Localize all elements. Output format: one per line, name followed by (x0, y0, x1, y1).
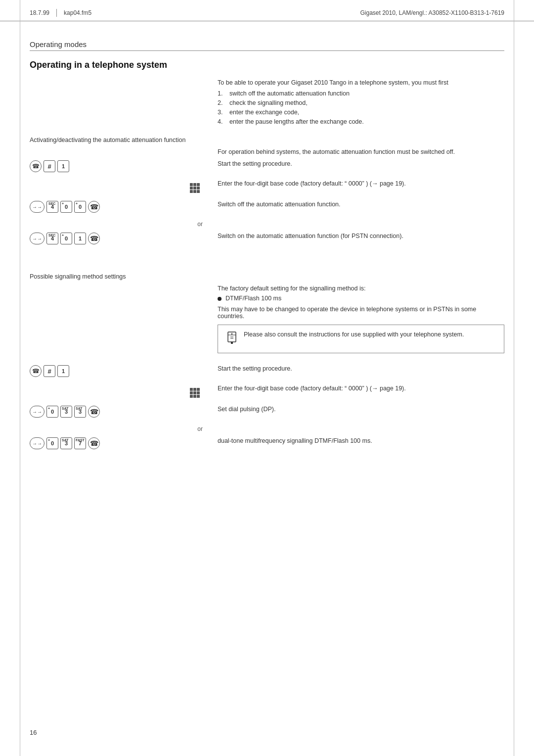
subsection-title: Operating in a telephone system (30, 60, 504, 70)
step-4: 4.enter the pause lengths after the exch… (218, 118, 504, 125)
or-label-2: or (197, 425, 203, 432)
key-sequence-4: ☎ # 1 (30, 365, 208, 377)
intro-text: To be able to operate your Gigaset 2010 … (218, 79, 504, 86)
key-row-4-container: ☎ # 1 Start the setting procedure. (30, 365, 504, 380)
matrix-key-row: Enter the four-digit base code (factory … (30, 180, 504, 196)
hash-key-1: # (44, 160, 55, 172)
nav-arrow-key-2: →→ (30, 201, 44, 213)
key-row-5-container: →→ + 0 SAT 3 SAT 3 ☎ (30, 406, 504, 421)
one-key-3: 1 (74, 233, 86, 244)
header: 18.7.99 kap04.fm5 Gigaset 2010, LAM/engl… (0, 0, 534, 21)
nav-arrow-key-3: →→ (30, 233, 44, 244)
step-3: 3.enter the exchange code, (218, 109, 504, 116)
key-row-3-container: →→ SEC 4 + 0 1 ☎ (30, 233, 504, 247)
start-procedure-text: Start the setting procedure. (218, 160, 504, 167)
intro-row: To be able to operate your Gigaset 2010 … (30, 79, 504, 128)
signalling-left (30, 285, 218, 360)
key-row-1-left: ☎ # 1 (30, 160, 218, 175)
key-sequence-3: →→ SEC 4 + 0 1 ☎ (30, 233, 208, 244)
border-right (514, 0, 514, 756)
set-dial-pulsing-text: Set dial pulsing (DP). (218, 406, 504, 413)
steps-list: 1.switch off the automatic attenuation f… (218, 90, 504, 125)
matrix-key-right: Enter the four-digit base code (factory … (218, 180, 504, 196)
key-row-1-right: Start the setting procedure. (218, 160, 504, 175)
header-divider (56, 9, 57, 17)
three-key-5a: SAT 3 (60, 406, 72, 418)
send-icon-4: ☎ (32, 368, 40, 375)
header-left: 18.7.99 kap04.fm5 (30, 9, 91, 17)
key-row-4-right: Start the setting procedure. (218, 365, 504, 380)
header-date: 18.7.99 (30, 9, 49, 16)
matrix-key-left-2 (30, 385, 218, 401)
enter-base-code2-text: Enter the four-digit base code (factory … (218, 385, 504, 392)
instruction-box-text: Please also consult the instructions for… (244, 330, 464, 339)
one-key-1: 1 (57, 160, 69, 172)
or-left-2: or (30, 425, 218, 432)
section-rule (30, 50, 504, 51)
key-row-6-container: →→ + 0 SAT 3 FAST 7 ☎ (30, 437, 504, 452)
key-row-2-container: →→ SEC 4 + 0 + 0 (30, 201, 504, 216)
end-key-5: ☎ (88, 406, 100, 418)
key-sequence-2: →→ SEC 4 + 0 + 0 (30, 201, 208, 213)
key-row-5-left: →→ + 0 SAT 3 SAT 3 ☎ (30, 406, 218, 421)
zero-key-5: + 0 (46, 406, 58, 418)
spacer-1 (30, 252, 504, 264)
matrix-key-icon (187, 180, 203, 196)
dtmf-item: DTMF/Flash 100 ms (218, 295, 504, 302)
book-icon (226, 331, 238, 345)
page-container: 18.7.99 kap04.fm5 Gigaset 2010, LAM/engl… (0, 0, 534, 756)
key-row-5-right: Set dial pulsing (DP). (218, 406, 504, 421)
send-key-1: ☎ (30, 160, 42, 172)
key-row-1-container: ☎ # 1 Start the setting procedure. (30, 160, 504, 175)
step-2: 2.check the signalling method, (218, 99, 504, 106)
signalling-factory-text: The factory default setting for the sign… (218, 285, 504, 292)
border-left (20, 0, 20, 756)
signalling-desc-row: The factory default setting for the sign… (30, 285, 504, 360)
key-row-3-left: →→ SEC 4 + 0 1 ☎ (30, 233, 218, 247)
header-title: Gigaset 2010, LAM/engl.: A30852-X1100-B3… (360, 9, 504, 16)
three-key-6: SAT 3 (60, 437, 72, 449)
instruction-icon (225, 331, 239, 348)
nav-arrow-key-6: →→ (30, 437, 44, 449)
header-right: Gigaset 2010, LAM/engl.: A30852-X1100-B3… (360, 9, 504, 16)
or-label-1: or (197, 221, 203, 228)
dtmf-flash-text: DTMF/Flash 100 ms (225, 295, 281, 302)
matrix-key-icon-2 (187, 385, 203, 401)
key-sequence-6: →→ + 0 SAT 3 FAST 7 ☎ (30, 437, 208, 449)
send-icon-1: ☎ (32, 163, 40, 170)
instruction-box: Please also consult the instructions for… (218, 325, 504, 353)
key-row-4-left: ☎ # 1 (30, 365, 218, 380)
four-key-3: SEC 4 (46, 233, 58, 244)
zero-key-2a: + 0 (60, 201, 72, 213)
activating-right: For operation behind systems, the automa… (218, 148, 504, 155)
key-row-6-right: dual-tone multifrequency signalling DTMF… (218, 437, 504, 452)
zero-key-3: + 0 (60, 233, 72, 244)
seven-key-6: FAST 7 (74, 437, 86, 449)
signalling-right: The factory default setting for the sign… (218, 285, 504, 360)
enter-base-code-text: Enter the four-digit base code (factory … (218, 180, 504, 187)
matrix-key-row-2: Enter the four-digit base code (factory … (30, 385, 504, 401)
key-row-6-left: →→ + 0 SAT 3 FAST 7 ☎ (30, 437, 218, 452)
end-key-6: ☎ (88, 437, 100, 449)
svg-rect-2 (231, 342, 233, 344)
start-procedure2-text: Start the setting procedure. (218, 365, 504, 372)
key-row-2-left: →→ SEC 4 + 0 + 0 (30, 201, 218, 216)
three-key-5b: SAT 3 (74, 406, 86, 418)
send-key-4: ☎ (30, 365, 42, 377)
switch-off-text: Switch off the automatic attenuation fun… (218, 201, 504, 208)
activating-left (30, 148, 218, 155)
intro-right: To be able to operate your Gigaset 2010 … (218, 79, 504, 128)
page-number: 16 (30, 729, 37, 736)
zero-key-2b: + 0 (74, 201, 86, 213)
key-row-3-right: Switch on the automatic attenuation func… (218, 233, 504, 247)
key-row-2-right: Switch off the automatic attenuation fun… (218, 201, 504, 216)
dual-tone-text: dual-tone multifrequency signalling DTMF… (218, 437, 504, 444)
key-sequence-1: ☎ # 1 (30, 160, 208, 172)
zero-key-6: + 0 (46, 437, 58, 449)
or-left-1: or (30, 221, 218, 228)
four-key-2: SEC 4 (46, 201, 58, 213)
or-right-1 (218, 221, 504, 228)
dtmf-list: DTMF/Flash 100 ms (218, 295, 504, 302)
matrix-key-left (30, 180, 218, 196)
or-row-1: or (30, 221, 504, 228)
